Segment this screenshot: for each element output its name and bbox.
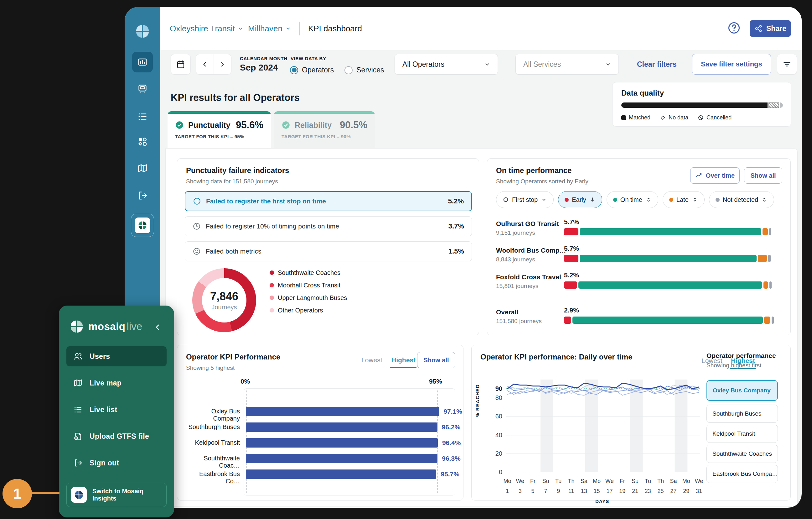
filter-options-button[interactable] [777, 54, 797, 75]
x-tick-date: 7 [544, 488, 547, 495]
otp-segment [564, 228, 578, 235]
failure-row[interactable]: Failed to register the first stop on tim… [185, 191, 472, 211]
next-month-button[interactable] [214, 54, 231, 74]
rail-logo [135, 24, 150, 39]
x-tick-date: 23 [645, 488, 651, 495]
operators-dropdown-value: All Operators [402, 60, 444, 69]
menu-item-live-list[interactable]: Live list [66, 400, 167, 420]
operator-performance-subtitle: Showing highest first [706, 362, 761, 369]
sign-out-icon [137, 190, 148, 201]
top-header: Oxleyshire Transit Millhaven KPI dashboa… [160, 7, 802, 50]
rail-item-switch-app[interactable] [131, 214, 154, 237]
chip-early[interactable]: Early [558, 191, 602, 208]
view-data-by-radios: Operators Services [290, 66, 384, 74]
otp-segment [764, 317, 770, 324]
operator-button[interactable]: Southburgh Buses [706, 405, 778, 423]
menu-item-label: Sign out [90, 459, 119, 467]
failure-card-title: Punctuality failure indicators [186, 166, 289, 175]
bar-card-subtitle: Showing 5 highest [186, 364, 235, 372]
status-dot-icon [716, 198, 720, 202]
radio-services[interactable]: Services [345, 66, 384, 74]
help-button[interactable] [727, 21, 742, 36]
menu-item-upload-gtfs-file[interactable]: Upload GTFS file [66, 426, 167, 446]
brand-light: live [127, 321, 143, 332]
bar-toggle-lowest[interactable]: Lowest [361, 356, 382, 364]
otp-card-title: On time performance [496, 166, 572, 175]
bar-toggle-highest[interactable]: Highest [392, 356, 415, 364]
x-tick-date: 19 [619, 488, 626, 495]
operator-button[interactable]: Eastbrook Bus Compa… [706, 465, 778, 483]
menu-collapse-button[interactable] [153, 323, 162, 332]
share-icon [754, 24, 762, 33]
rail-item-live-list[interactable] [137, 111, 148, 122]
operator-button-label: Keldpool Transit [713, 430, 755, 437]
operators-dropdown[interactable]: All Operators [395, 54, 498, 75]
x-tick-date: 27 [670, 488, 676, 495]
chip-late[interactable]: Late [663, 191, 704, 208]
help-icon [727, 21, 741, 35]
chip-first-stop[interactable]: First stop [496, 191, 554, 208]
switch-to-mosaiq-insights-button[interactable]: Switch to Mosaiq Insights [66, 483, 167, 507]
x-tick-day: Sa [581, 478, 587, 485]
otp-segment [763, 281, 768, 289]
menu-item-live-map[interactable]: Live map [66, 373, 167, 393]
rail-item-dashboard[interactable] [132, 52, 153, 73]
chip-label: On time [620, 196, 642, 203]
kpi-bar-value: 95.7% [441, 470, 459, 478]
chip-label: Early [572, 196, 586, 203]
menu-item-users[interactable]: Users [66, 346, 167, 366]
radio-operators[interactable]: Operators [290, 66, 334, 74]
clear-filters-link[interactable]: Clear filters [637, 60, 677, 69]
weekend-band [541, 380, 553, 472]
prev-month-button[interactable] [196, 54, 214, 74]
breadcrumb-area[interactable]: Millhaven [248, 24, 291, 33]
chip-not-detected[interactable]: Not detected [709, 191, 774, 208]
services-dropdown[interactable]: All Services [516, 54, 619, 75]
legend-dot-icon [270, 271, 274, 275]
breadcrumb-operator[interactable]: Oxleyshire Transit [170, 24, 243, 33]
operator-button[interactable]: Keldpool Transit [706, 425, 778, 443]
over-time-button[interactable]: Over time [690, 167, 740, 184]
x-tick-day: Mo [593, 478, 601, 485]
mosaiq-insights-icon [71, 487, 87, 503]
calendar-button[interactable] [171, 54, 191, 75]
x-tick-day: Su [542, 478, 549, 485]
kpi-bar-value: 96.4% [442, 439, 461, 446]
rail-item-vehicles[interactable] [137, 83, 148, 94]
mosaiq-logo-icon [69, 319, 84, 334]
x-axis-title: DAYS [595, 499, 609, 504]
share-button[interactable]: Share [750, 20, 791, 37]
failure-row[interactable]: Failed to register 10% of timing points … [185, 216, 472, 236]
y-tick-label: 80 [484, 394, 502, 402]
y-tick-label: 40 [484, 432, 502, 439]
kpi-tab-reliability[interactable]: Reliability90.5%TARGET FOR THIS KPI = 90… [274, 111, 375, 148]
kpi-tab-punctuality[interactable]: Punctuality95.6%TARGET FOR THIS KPI = 95… [168, 111, 271, 148]
dq-legend-item: Matched [621, 114, 650, 121]
save-filter-settings-button[interactable]: Save filter settings [692, 54, 771, 75]
operator-button[interactable]: Souththwaite Coaches [706, 445, 778, 463]
operator-button[interactable]: Oxley Bus Company [706, 380, 778, 401]
bar-show-all-button[interactable]: Show all [417, 352, 455, 368]
status-dot-icon [613, 198, 617, 202]
menu-item-sign-out[interactable]: Sign out [66, 453, 167, 473]
rail-item-live-map[interactable] [137, 163, 148, 174]
chip-on-time[interactable]: On time [607, 191, 658, 208]
x-tick-day: Sa [670, 478, 677, 485]
otp-stacked-bar [564, 317, 777, 324]
otp-early-value: 5.7% [564, 245, 579, 252]
donut-legend-label: Upper Langmouth Buses [278, 294, 347, 301]
x-tick-day: We [695, 478, 703, 485]
legend-dot-icon [270, 283, 274, 288]
x-tick-date: 13 [581, 488, 587, 495]
otp-show-all-button[interactable]: Show all [744, 167, 782, 184]
chevron-down [541, 196, 547, 203]
kpi-tab-target: TARGET FOR THIS KPI = 95% [168, 131, 271, 139]
matched-swatch [621, 115, 626, 120]
tab-topbar [274, 111, 375, 114]
radio-services-label: Services [356, 66, 384, 74]
failure-row[interactable]: Failed both metrics1.5% [185, 241, 472, 262]
rail-item-apps[interactable] [137, 136, 148, 147]
rail-item-sign-out[interactable] [137, 190, 148, 201]
x-tick-date: 15 [594, 488, 600, 495]
x-tick-date: 17 [606, 488, 612, 495]
